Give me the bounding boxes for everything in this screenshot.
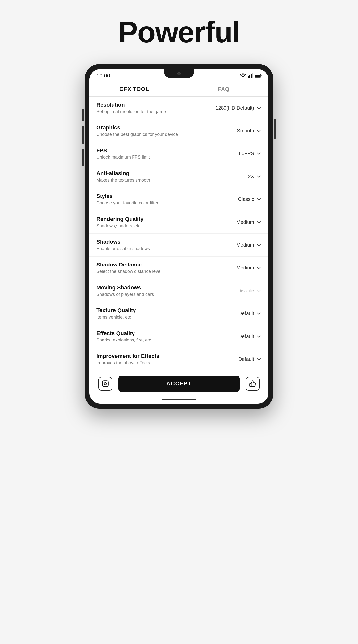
setting-desc-styles: Choose your favorite color filter (97, 200, 222, 206)
setting-title-graphics: Graphics (97, 124, 222, 131)
setting-title-styles: Styles (97, 193, 222, 200)
setting-row-shadows[interactable]: ShadowsEnable or disable shadowsMedium (90, 234, 268, 256)
dropdown-arrow-improvement-effects[interactable] (256, 357, 261, 362)
thumbs-up-icon (249, 380, 256, 387)
phone-screen: 10:00 (90, 69, 268, 404)
volume-up-button (82, 109, 84, 121)
setting-value-texture-quality: Default (238, 311, 254, 316)
svg-rect-6 (261, 75, 261, 76)
phone-frame: 10:00 (85, 64, 273, 408)
dropdown-arrow-shadow-distance[interactable] (256, 265, 261, 271)
page-headline: Powerful (118, 15, 240, 49)
setting-value-resolution: 1280(HD,Default) (215, 105, 254, 111)
settings-list: ResolutionSet optimal resolution for the… (90, 96, 268, 371)
signal-icon (248, 73, 253, 78)
setting-desc-shadow-distance: Select the shadow distance level (97, 269, 222, 274)
dropdown-arrow-effects-quality[interactable] (256, 334, 261, 339)
setting-row-rendering-quality[interactable]: Rendering QualityShadows,shaders, etcMed… (90, 211, 268, 234)
setting-row-fps[interactable]: FPSUnlock maximum FPS limit60FPS (90, 142, 268, 165)
setting-desc-fps: Unlock maximum FPS limit (97, 155, 222, 160)
svg-rect-3 (251, 74, 252, 78)
svg-rect-1 (248, 76, 249, 78)
setting-title-texture-quality: Texture Quality (97, 307, 222, 314)
power-button (274, 119, 276, 138)
setting-value-graphics: Smooth (237, 128, 254, 134)
setting-title-anti-aliasing: Anti-aliasing (97, 170, 222, 176)
setting-desc-resolution: Set optimal resolution for the game (97, 109, 215, 114)
setting-value-shadows: Medium (236, 242, 254, 248)
dropdown-arrow-graphics[interactable] (256, 128, 261, 134)
status-icons (240, 73, 261, 78)
camera (177, 72, 181, 75)
dropdown-arrow-fps[interactable] (256, 151, 261, 156)
dropdown-arrow-resolution[interactable] (256, 105, 261, 111)
setting-title-resolution: Resolution (97, 102, 215, 108)
setting-title-moving-shadows: Moving Shadows (97, 284, 222, 291)
setting-title-effects-quality: Effects Quality (97, 330, 222, 336)
setting-desc-rendering-quality: Shadows,shaders, etc (97, 223, 222, 228)
setting-row-improvement-effects[interactable]: Improvement for EffectsImproves the abov… (90, 348, 268, 371)
accept-button[interactable]: ACCEPT (118, 376, 240, 392)
dropdown-arrow-anti-aliasing[interactable] (256, 174, 261, 179)
setting-row-moving-shadows[interactable]: Moving ShadowsShadows of players and car… (90, 280, 268, 302)
setting-row-resolution[interactable]: ResolutionSet optimal resolution for the… (90, 96, 268, 120)
setting-value-anti-aliasing: 2X (248, 174, 254, 179)
dropdown-arrow-styles[interactable] (256, 197, 261, 202)
dropdown-arrow-moving-shadows[interactable] (256, 288, 261, 294)
setting-value-fps: 60FPS (239, 151, 254, 156)
svg-marker-0 (242, 76, 244, 78)
setting-desc-anti-aliasing: Makes the textures smooth (97, 178, 222, 183)
status-time: 10:00 (97, 72, 110, 79)
tab-faq[interactable]: FAQ (179, 81, 268, 96)
volume-down-button (82, 126, 84, 144)
home-indicator (90, 396, 268, 404)
like-button[interactable] (246, 377, 259, 391)
svg-rect-2 (249, 75, 250, 78)
setting-value-rendering-quality: Medium (236, 219, 254, 225)
tab-gfx-tool[interactable]: GFX TOOL (90, 81, 179, 96)
svg-point-10 (107, 382, 107, 382)
svg-rect-4 (252, 73, 253, 78)
setting-desc-improvement-effects: Improves the above effects (97, 360, 222, 366)
setting-title-shadow-distance: Shadow Distance (97, 262, 222, 268)
setting-desc-effects-quality: Sparks, explosions, fire, etc. (97, 338, 222, 343)
setting-row-graphics[interactable]: GraphicsChoose the best graphics for you… (90, 120, 268, 142)
setting-title-improvement-effects: Improvement for Effects (97, 353, 222, 360)
dropdown-arrow-rendering-quality[interactable] (256, 220, 261, 225)
setting-value-styles: Classic (238, 196, 254, 202)
setting-value-effects-quality: Default (238, 334, 254, 339)
wifi-icon (240, 73, 246, 78)
instagram-button[interactable] (99, 377, 112, 391)
setting-row-styles[interactable]: StylesChoose your favorite color filterC… (90, 188, 268, 211)
setting-value-shadow-distance: Medium (236, 265, 254, 271)
svg-point-9 (104, 382, 106, 385)
dropdown-arrow-shadows[interactable] (256, 242, 261, 248)
setting-row-anti-aliasing[interactable]: Anti-aliasingMakes the textures smooth2X (90, 165, 268, 188)
setting-row-texture-quality[interactable]: Texture QualityItems,vehicle, etcDefault (90, 302, 268, 325)
setting-title-shadows: Shadows (97, 239, 222, 245)
setting-value-improvement-effects: Default (238, 356, 254, 362)
setting-row-shadow-distance[interactable]: Shadow DistanceSelect the shadow distanc… (90, 256, 268, 280)
instagram-icon (102, 380, 109, 387)
setting-desc-graphics: Choose the best graphics for your device (97, 132, 222, 137)
svg-rect-8 (102, 381, 108, 386)
tabs: GFX TOOL FAQ (90, 81, 268, 96)
battery-icon (255, 74, 261, 78)
notch (164, 69, 194, 78)
bottom-bar: ACCEPT (90, 371, 268, 396)
setting-title-rendering-quality: Rendering Quality (97, 216, 222, 222)
setting-title-fps: FPS (97, 147, 222, 154)
side-button-3 (82, 148, 84, 166)
svg-rect-7 (255, 74, 259, 77)
setting-value-moving-shadows: Disable (237, 288, 254, 294)
home-bar (162, 399, 196, 400)
setting-desc-texture-quality: Items,vehicle, etc (97, 315, 222, 320)
setting-row-effects-quality[interactable]: Effects QualitySparks, explosions, fire,… (90, 325, 268, 348)
setting-desc-shadows: Enable or disable shadows (97, 246, 222, 251)
dropdown-arrow-texture-quality[interactable] (256, 311, 261, 316)
setting-desc-moving-shadows: Shadows of players and cars (97, 292, 222, 297)
